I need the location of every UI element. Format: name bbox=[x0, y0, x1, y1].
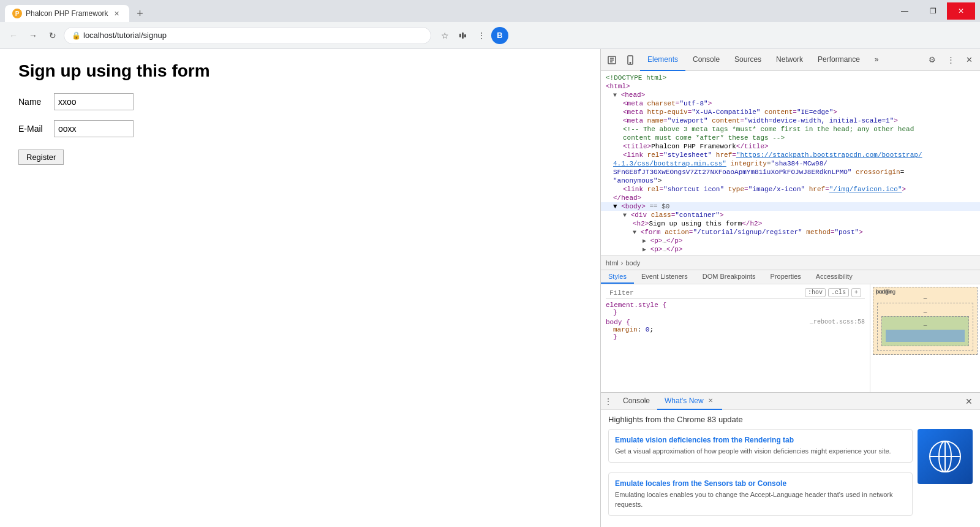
feature-card-vision[interactable]: Emulate vision deficiencies from the Ren… bbox=[608, 429, 913, 463]
devtools-panel: Elements Console Sources Network Perform… bbox=[600, 49, 980, 527]
html-line-h2[interactable]: <h2>Sign up using this form</h2> bbox=[601, 219, 980, 228]
hov-filter-button[interactable]: :hov bbox=[805, 288, 826, 297]
profile-avatar[interactable]: B bbox=[491, 27, 508, 44]
html-line-meta3[interactable]: <meta name="viewport" content="width=dev… bbox=[601, 116, 980, 125]
html-line-link-bootstrap3[interactable]: SFnGE8fJT3GXwEOngsV7Zt27NXFoaoApmYm81iuX… bbox=[601, 168, 980, 176]
breadcrumb-html[interactable]: html bbox=[606, 259, 619, 267]
email-label: E-Mail bbox=[18, 124, 49, 134]
styles-content: :hov .cls + element.style { } body { bbox=[601, 284, 980, 392]
register-button[interactable]: Register bbox=[18, 150, 64, 165]
html-line-comment2[interactable]: content must come *after* these tags --> bbox=[601, 134, 980, 142]
console-tab-icon[interactable]: ⋮ bbox=[601, 393, 616, 410]
html-line-meta1[interactable]: <meta charset="utf-8"> bbox=[601, 99, 980, 108]
html-line-meta2[interactable]: <meta http-equiv="X-UA-Compatible" conte… bbox=[601, 108, 980, 116]
html-line-link-favicon[interactable]: <link rel="shortcut icon" type="image/x-… bbox=[601, 185, 980, 194]
html-line-p1[interactable]: <p>…</p> bbox=[601, 237, 980, 245]
devtools-settings-icon[interactable]: ⚙ bbox=[924, 51, 941, 69]
feature-desc-locales: Emulating locales enables you to change … bbox=[615, 490, 906, 509]
reload-button[interactable]: ↻ bbox=[44, 27, 61, 44]
html-line-html[interactable]: <html> bbox=[601, 82, 980, 91]
console-tabs: ⋮ Console What's New ✕ ✕ bbox=[601, 393, 980, 410]
close-button[interactable]: ✕ bbox=[947, 2, 975, 20]
feature-image bbox=[918, 429, 973, 484]
console-tab-console[interactable]: Console bbox=[616, 393, 657, 410]
feature-title-vision: Emulate vision deficiencies from the Ren… bbox=[615, 436, 906, 444]
url-text: localhost/tutorial/signup bbox=[83, 31, 423, 40]
devtools-tab-sources[interactable]: Sources bbox=[727, 49, 769, 71]
feature-card-locales[interactable]: Emulate locales from the Sensors tab or … bbox=[608, 472, 913, 516]
console-tab-whatsnew[interactable]: What's New ✕ bbox=[657, 393, 722, 410]
html-line-link-bootstrap2[interactable]: 4.1.3/css/bootstrap.min.css" integrity="… bbox=[601, 159, 980, 168]
console-tab-label: Console bbox=[623, 396, 650, 405]
css-source-reboot: _reboot.scss:58 bbox=[810, 319, 865, 325]
html-line-head-close[interactable]: </head> bbox=[601, 194, 980, 202]
html-line-link-bootstrap4[interactable]: "anonymous"> bbox=[601, 176, 980, 185]
styles-tabs: Styles Event Listeners DOM Breakpoints P… bbox=[601, 270, 980, 284]
menu-icon[interactable]: ⋮ bbox=[473, 27, 490, 44]
html-line-head[interactable]: <head> bbox=[601, 91, 980, 99]
style-tab-dom-breakpoints[interactable]: DOM Breakpoints bbox=[695, 270, 763, 284]
name-input[interactable] bbox=[54, 93, 134, 110]
devtools-inspect-icon[interactable] bbox=[603, 51, 620, 69]
devtools-tab-elements[interactable]: Elements bbox=[640, 49, 685, 71]
tab-favicon: P bbox=[12, 9, 22, 18]
name-form-group: Name bbox=[18, 93, 582, 110]
devtools-tab-more[interactable]: » bbox=[867, 49, 886, 71]
body-closing: } bbox=[606, 333, 865, 341]
name-label: Name bbox=[18, 97, 49, 107]
cls-filter-button[interactable]: .cls bbox=[828, 288, 849, 297]
devtools-html-panel: <!DOCTYPE html> <html> <head> <meta char… bbox=[601, 71, 980, 392]
breadcrumb-sep1: › bbox=[621, 259, 624, 267]
style-tab-event-listeners[interactable]: Event Listeners bbox=[634, 270, 695, 284]
email-input[interactable] bbox=[54, 120, 134, 137]
maximize-button[interactable]: ❐ bbox=[919, 2, 947, 20]
style-tab-styles[interactable]: Styles bbox=[601, 270, 634, 284]
devtools-more-icon[interactable]: ⋮ bbox=[942, 51, 959, 69]
box-middle-border: border – padding – bbox=[877, 303, 973, 351]
devtools-topbar: Elements Console Sources Network Perform… bbox=[601, 49, 980, 71]
devtools-close-icon[interactable]: ✕ bbox=[960, 51, 978, 69]
devtools-device-icon[interactable] bbox=[622, 51, 639, 69]
html-line-p2[interactable]: <p>…</p> bbox=[601, 245, 980, 254]
styles-filter-input[interactable] bbox=[609, 289, 802, 297]
tab-close-button[interactable]: ✕ bbox=[112, 9, 122, 18]
styles-filter-bar: :hov .cls + bbox=[606, 287, 865, 299]
address-bar: ← → ↻ 🔒 localhost/tutorial/signup ☆ ⋮ B bbox=[0, 22, 980, 49]
forward-button[interactable]: → bbox=[24, 27, 42, 44]
profile-extension-icon[interactable] bbox=[454, 27, 472, 44]
back-button[interactable]: ← bbox=[5, 27, 22, 44]
whatsnew-close-button[interactable]: ✕ bbox=[706, 396, 715, 405]
box-inner-padding: padding – bbox=[881, 316, 969, 346]
box-outer-margin: margin – border – padding – bbox=[873, 287, 978, 355]
html-line-title[interactable]: <title>Phalcon PHP Framework</title> bbox=[601, 142, 980, 151]
browser-tab[interactable]: P Phalcon PHP Framework ✕ bbox=[5, 5, 129, 22]
webpage-content: Sign up using this form Name E-Mail Regi… bbox=[0, 49, 600, 527]
styles-left: :hov .cls + element.style { } body { bbox=[601, 284, 870, 392]
html-line-body[interactable]: ▼ <body> == $0 bbox=[601, 202, 980, 211]
minimize-button[interactable]: — bbox=[891, 2, 919, 20]
html-line-div[interactable]: <div class="container"> bbox=[601, 211, 980, 219]
html-line-doctype[interactable]: <!DOCTYPE html> bbox=[601, 74, 980, 82]
body-margin-line: margin: 0; bbox=[606, 326, 865, 333]
html-content: <!DOCTYPE html> <html> <head> <meta char… bbox=[601, 71, 980, 255]
feature-title-locales: Emulate locales from the Sensors tab or … bbox=[615, 479, 906, 488]
box-model: margin – border – padding – bbox=[870, 284, 980, 392]
style-tab-properties[interactable]: Properties bbox=[763, 270, 809, 284]
add-style-button[interactable]: + bbox=[851, 288, 861, 297]
devtools-tab-performance[interactable]: Performance bbox=[810, 49, 867, 71]
url-bar[interactable]: 🔒 localhost/tutorial/signup bbox=[64, 27, 431, 44]
padding-label: padding bbox=[876, 289, 895, 295]
html-line-comment1[interactable]: <!-- The above 3 meta tags *must* come f… bbox=[601, 125, 980, 134]
bookmark-icon[interactable]: ☆ bbox=[436, 27, 453, 44]
console-close-icon[interactable]: ✕ bbox=[963, 395, 975, 408]
svg-rect-0 bbox=[459, 34, 461, 37]
html-line-form[interactable]: <form action="/tutorial/signup/register"… bbox=[601, 228, 980, 237]
feature-desc-vision: Get a visual approximation of how people… bbox=[615, 447, 906, 456]
html-line-link-bootstrap[interactable]: <link rel="stylesheet" href="https://sta… bbox=[601, 151, 980, 159]
style-tab-accessibility[interactable]: Accessibility bbox=[809, 270, 860, 284]
new-tab-button[interactable]: + bbox=[132, 5, 149, 22]
whats-new-title: Highlights from the Chrome 83 update bbox=[608, 415, 973, 424]
breadcrumb-body[interactable]: body bbox=[625, 259, 640, 267]
devtools-tab-console[interactable]: Console bbox=[685, 49, 727, 71]
devtools-tab-network[interactable]: Network bbox=[769, 49, 810, 71]
